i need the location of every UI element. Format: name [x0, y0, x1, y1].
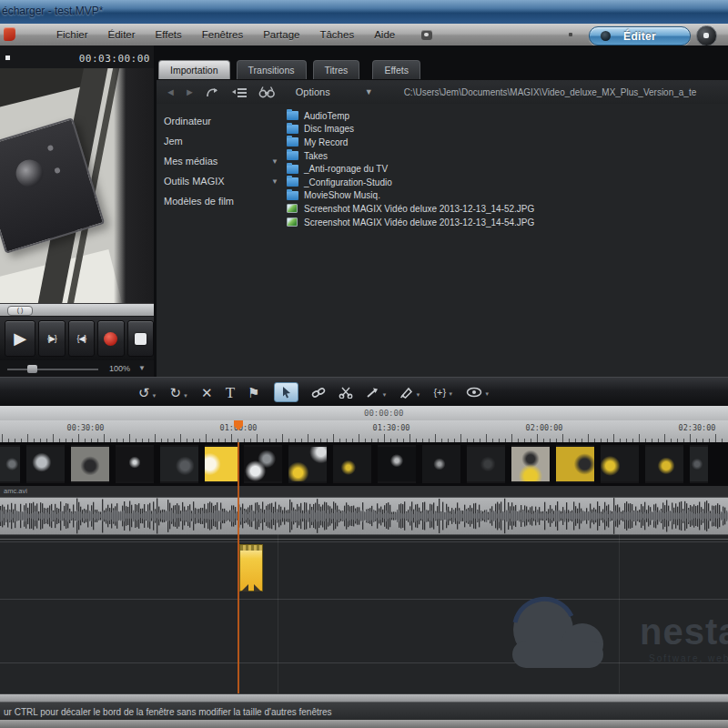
options-dropdown-arrow[interactable]: ▼ — [365, 87, 373, 96]
up-folder-icon[interactable] — [206, 86, 220, 98]
mouse-mode-button-active[interactable] — [274, 382, 298, 402]
record-round-button[interactable] — [696, 25, 717, 46]
group-link-button[interactable] — [311, 387, 326, 399]
file-row[interactable]: Screenshot MAGIX Vidéo deluxe 2013-12-13… — [287, 216, 723, 229]
video-thumbnail[interactable] — [71, 445, 109, 483]
video-thumbnail[interactable] — [205, 445, 238, 483]
ruler-label: 00:30:00 — [67, 423, 105, 432]
range-end-button[interactable]: {◀} — [68, 320, 95, 357]
window-title: écharger - test.MVP* — [2, 5, 103, 17]
media-browser-panel: ImportationTransitionsTitresEffets ◄ ► O… — [154, 46, 728, 377]
nav-item-mes-m-dias[interactable]: Mes médias▼ — [164, 151, 282, 171]
clip-label-strip: amc.avi — [0, 486, 728, 498]
clip-filename: amc.avi — [4, 487, 27, 495]
video-thumbnail[interactable] — [422, 445, 460, 483]
divider-dot — [569, 33, 572, 36]
tabs-strip: ImportationTransitionsTitresEffets — [157, 46, 728, 80]
stop-button[interactable] — [127, 320, 154, 357]
play-button[interactable]: ▶ — [5, 320, 35, 357]
file-row[interactable]: MovieShow Musiq. — [287, 189, 723, 203]
marker-flag-button[interactable]: ⚑ — [248, 386, 259, 399]
video-thumbnail[interactable] — [556, 445, 594, 483]
file-row[interactable]: Takes — [287, 149, 723, 163]
clip-handle-right[interactable] — [254, 584, 261, 592]
nav-item-mod-les-de-film[interactable]: Modèles de film — [164, 191, 282, 211]
forward-icon[interactable]: ► — [185, 86, 195, 97]
clip-handle-left[interactable] — [241, 584, 248, 592]
zoom-slider-handle[interactable] — [27, 365, 37, 373]
edit-mode-button[interactable]: Éditer — [589, 26, 691, 46]
video-thumbnail[interactable] — [690, 445, 708, 483]
tab-transitions[interactable]: Transitions — [237, 60, 307, 79]
feedback-icon[interactable] — [421, 30, 432, 40]
back-icon[interactable]: ◄ — [166, 86, 176, 97]
video-thumbnail[interactable] — [116, 445, 154, 483]
timeline-range-bar[interactable]: 00:00:00 — [0, 406, 728, 421]
timeline-ruler[interactable]: 00:30:0001:00:0001:30:0002:00:0002:30:00 — [0, 420, 728, 444]
audio-track-waveform[interactable] — [0, 498, 728, 535]
nav-item-ordinateur[interactable]: Ordinateur — [164, 111, 282, 131]
tab-titres[interactable]: Titres — [313, 60, 360, 79]
file-row[interactable]: _Anti-rognage du TV — [287, 162, 723, 176]
chevron-down-icon[interactable]: ▼ — [271, 157, 278, 166]
razor-cut-button[interactable]: ▼ — [399, 386, 420, 399]
file-row[interactable]: My Record — [287, 136, 723, 149]
nav-item-jem[interactable]: Jem — [164, 131, 282, 151]
video-thumbnail[interactable] — [26, 445, 65, 483]
record-button[interactable] — [97, 320, 124, 357]
track-gridline — [278, 534, 278, 693]
path-field[interactable]: C:\Users\Jem\Documents\MAGIX\Video_delux… — [404, 87, 728, 97]
preview-video-image[interactable] — [0, 68, 154, 303]
file-row[interactable]: Disc Images — [287, 123, 723, 136]
app-icon[interactable] — [4, 27, 15, 41]
menu-aide[interactable]: Aide — [374, 29, 395, 40]
tab-effets[interactable]: Effets — [372, 60, 420, 79]
options-button[interactable]: Options — [296, 86, 330, 97]
zoom-dropdown-arrow[interactable]: ▼ — [138, 364, 146, 372]
video-thumbnail[interactable] — [378, 445, 416, 483]
playhead-line[interactable] — [238, 442, 239, 693]
menu-partage[interactable]: Partage — [263, 29, 299, 40]
video-thumbnail[interactable] — [645, 445, 683, 483]
ruler-label: 02:00:00 — [526, 423, 563, 432]
preview-scrubber[interactable]: ( ) — [0, 303, 154, 316]
video-thumbnail[interactable] — [601, 445, 639, 483]
nav-item-outils-magix[interactable]: Outils MAGIX▼ — [164, 171, 282, 191]
video-thumbnail[interactable] — [244, 445, 282, 483]
delete-button[interactable]: ✕ — [201, 386, 213, 399]
video-thumbnail[interactable] — [467, 445, 505, 483]
menu-fichier[interactable]: Fichier — [56, 29, 88, 40]
redo-button[interactable]: ↻▼ — [170, 386, 189, 399]
menu-diter[interactable]: Éditer — [108, 29, 136, 40]
chevron-down-icon[interactable]: ▼ — [271, 177, 278, 186]
arrow-tool-button[interactable]: ▼ — [366, 387, 387, 399]
timeline-yellow-clip[interactable] — [239, 544, 263, 592]
view-eye-button[interactable]: ▼ — [466, 387, 490, 398]
video-thumbnail[interactable] — [288, 445, 327, 483]
file-row[interactable]: Screenshot MAGIX Vidéo deluxe 2013-12-13… — [287, 202, 723, 216]
file-row[interactable]: _Configuration-Studio — [287, 176, 723, 189]
search-binoculars-icon[interactable] — [258, 86, 276, 98]
undo-button[interactable]: ↺▼ — [138, 386, 157, 399]
title-text-button[interactable]: T — [226, 385, 235, 400]
video-thumbnail[interactable] — [333, 445, 371, 483]
menu-fentres[interactable]: Fenêtres — [202, 29, 243, 40]
menu-effets[interactable]: Effets — [156, 29, 182, 40]
video-track-filmstrip[interactable] — [0, 442, 728, 486]
range-start-button[interactable]: {▶} — [38, 320, 65, 357]
title-bar[interactable]: écharger - test.MVP* — [0, 0, 728, 24]
scrubber-handle[interactable]: ( ) — [7, 306, 33, 316]
range-tool-button[interactable]: {+}▼ — [433, 388, 453, 398]
file-row[interactable]: AudioTemp — [287, 109, 723, 123]
preview-dark-edge — [114, 68, 154, 303]
video-thumbnail[interactable] — [511, 445, 550, 483]
list-view-icon[interactable] — [231, 86, 248, 98]
tab-importation[interactable]: Importation — [158, 60, 230, 79]
video-thumbnail[interactable] — [160, 445, 198, 483]
folder-icon — [287, 151, 298, 160]
menu-tches[interactable]: Tâches — [319, 29, 354, 40]
magix-video-deluxe-window: écharger - test.MVP* FichierÉditerEffets… — [0, 0, 728, 728]
zoom-slider-track[interactable] — [7, 369, 98, 370]
video-thumbnail[interactable] — [0, 445, 20, 483]
ungroup-scissors-button[interactable] — [339, 386, 353, 399]
